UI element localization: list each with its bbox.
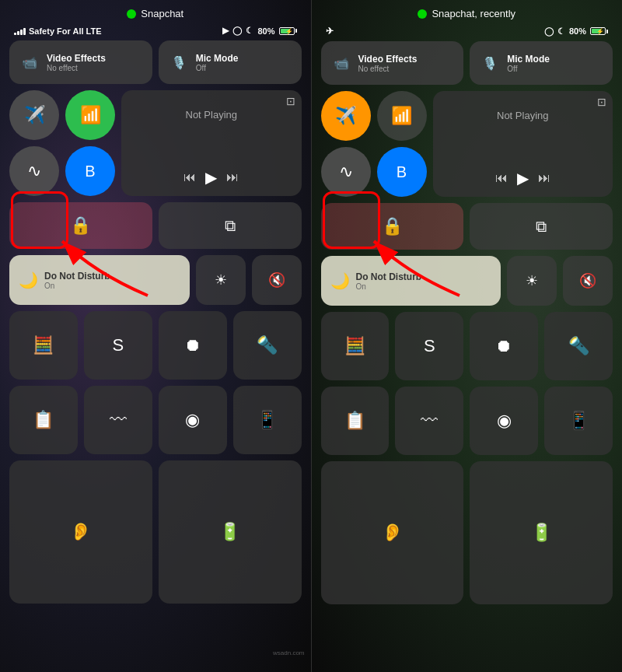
left-video-effects-tile[interactable]: 📹 Video Effects No effect xyxy=(9,40,152,84)
left-mic-sub: Off xyxy=(196,64,239,72)
right-dnd-sub: On xyxy=(356,282,422,291)
right-soundwave-tile[interactable]: 〰 xyxy=(395,387,463,455)
right-video-effects-sub: No effect xyxy=(358,65,418,73)
left-airplane-button[interactable]: ✈️ xyxy=(9,90,59,140)
left-cell-signal-button[interactable]: 📶 xyxy=(65,90,115,140)
lock-icon-left: 🔒 xyxy=(70,215,91,236)
right-lock-tile[interactable]: 🔒 xyxy=(321,203,464,250)
mirror-icon-left: ⧉ xyxy=(225,217,236,235)
left-lock-tile[interactable]: 🔒 xyxy=(9,202,152,249)
left-notes-tile[interactable]: 📋 xyxy=(9,386,78,454)
right-connectivity-grid: ✈️ 📶 ⊡ Not Playing ⏮ ▶ ⏭ ∿ xyxy=(321,91,613,197)
mic-icon-left: 🎙️ xyxy=(168,51,190,73)
location-icon: ▶ xyxy=(222,26,229,36)
right-remote-tile[interactable]: 📱 xyxy=(544,387,613,455)
right-battery-tile[interactable]: 🔋 xyxy=(470,461,613,604)
left-volume-tile[interactable]: 🔇 xyxy=(252,255,302,305)
left-mic-title: Mic Mode xyxy=(196,53,239,64)
left-dnd-row: 🌙 Do Not Disturb On ☀ 🔇 xyxy=(9,255,302,305)
right-airplane-button[interactable]: ✈️ xyxy=(321,91,371,141)
left-medium-row: 🔒 ⧉ xyxy=(9,202,302,249)
right-dnd-tile[interactable]: 🌙 Do Not Disturb On xyxy=(321,256,501,306)
right-shazam-tile[interactable]: S xyxy=(395,312,463,380)
left-hearing-tile[interactable]: 👂 xyxy=(9,460,152,604)
left-soundwave-tile[interactable]: 〰 xyxy=(84,386,152,454)
left-dnd-sub: On xyxy=(44,282,110,290)
watermark-left: wsadn.com xyxy=(273,649,304,656)
left-video-effects-title: Video Effects xyxy=(47,53,106,64)
rewind-icon-right[interactable]: ⏮ xyxy=(495,171,508,185)
right-media-controls: ⏮ ▶ ⏭ xyxy=(495,169,550,187)
right-flashlight-tile[interactable]: 🔦 xyxy=(544,312,613,380)
mirror-icon-right: ⧉ xyxy=(536,218,547,236)
fast-forward-icon-right[interactable]: ⏭ xyxy=(538,171,550,185)
moon-dnd-icon-right: 🌙 xyxy=(330,271,350,290)
airplane-status-icon: ✈ xyxy=(326,26,334,37)
right-wifi-button[interactable]: ∿ xyxy=(321,147,371,197)
battery-icon-left: ⚡ xyxy=(279,27,297,35)
left-not-playing: Not Playing xyxy=(186,109,237,121)
snapchat-dot-left xyxy=(127,9,136,19)
left-dnd-title: Do Not Disturb xyxy=(44,271,110,282)
left-record-tile[interactable]: ⏺ xyxy=(159,311,227,380)
right-brightness-tile[interactable]: ☀ xyxy=(507,256,557,306)
right-hearing-tile[interactable]: 👂 xyxy=(321,461,464,604)
moon-icon-right: ☾ xyxy=(557,26,565,37)
mic-icon-right: 🎙️ xyxy=(479,52,501,74)
left-connectivity-grid: ✈️ 📶 ⊡ Not Playing ⏮ ▶ ⏭ ∿ xyxy=(9,90,302,196)
brightness-icon-left: ☀ xyxy=(215,271,227,289)
battery-icon-right: ⚡ xyxy=(590,27,608,35)
right-volume-tile[interactable]: 🔇 xyxy=(563,256,613,306)
right-cell-signal-button[interactable]: 📶 xyxy=(377,91,427,141)
left-bluetooth-button[interactable]: B xyxy=(65,146,115,196)
left-shazam-tile[interactable]: S xyxy=(84,311,152,380)
left-dnd-tile[interactable]: 🌙 Do Not Disturb On xyxy=(9,255,190,305)
right-mic-mode-tile[interactable]: 🎙️ Mic Mode Off xyxy=(470,41,613,85)
left-accessibility-tile[interactable]: ◉ xyxy=(159,386,227,454)
play-icon-right[interactable]: ▶ xyxy=(517,169,529,187)
right-calculator-tile[interactable]: 🧮 xyxy=(321,312,390,380)
right-icon-row-1: 🧮 S ⏺ 🔦 xyxy=(321,312,613,380)
right-bluetooth-button[interactable]: B xyxy=(377,147,427,197)
right-medium-row: 🔒 ⧉ xyxy=(321,203,613,250)
battery-pct-right: 80% xyxy=(569,26,586,36)
left-header: Snapchat xyxy=(9,0,302,24)
lock-icon-right: 🔒 xyxy=(382,216,403,236)
rewind-icon-left[interactable]: ⏮ xyxy=(183,170,196,184)
right-status-right: ◯ ☾ 80% ⚡ xyxy=(544,26,608,37)
right-mic-title: Mic Mode xyxy=(507,54,550,65)
left-icon-row-3: 👂 🔋 xyxy=(9,460,302,604)
right-status-bar: ✈ ◯ ☾ 80% ⚡ xyxy=(321,24,613,41)
left-battery-tile[interactable]: 🔋 xyxy=(159,460,302,604)
left-brightness-tile[interactable]: ☀ xyxy=(196,255,246,305)
right-video-effects-tile[interactable]: 📹 Video Effects No effect xyxy=(321,41,464,85)
right-accessibility-tile[interactable]: ◉ xyxy=(470,387,538,455)
left-status-bar: Safety For All LTE ▶ ◯ ☾ 80% ⚡ xyxy=(9,24,302,40)
left-flashlight-tile[interactable]: 🔦 xyxy=(233,311,302,380)
airplay-icon-right: ⊡ xyxy=(597,96,606,108)
left-remote-tile[interactable]: 📱 xyxy=(233,386,302,454)
left-icon-row-1: 🧮 S ⏺ 🔦 xyxy=(9,311,302,380)
alarm-icon: ◯ xyxy=(232,26,242,36)
left-status-right: ▶ ◯ ☾ 80% ⚡ xyxy=(222,26,296,36)
right-panel: Snapchat, recently ✈ ◯ ☾ 80% ⚡ xyxy=(312,0,623,672)
right-not-playing: Not Playing xyxy=(497,110,548,121)
left-mic-mode-tile[interactable]: 🎙️ Mic Mode Off xyxy=(159,40,302,84)
right-record-tile[interactable]: ⏺ xyxy=(470,312,538,380)
right-dnd-title: Do Not Disturb xyxy=(356,271,422,282)
left-video-effects-sub: No effect xyxy=(47,64,106,72)
left-calculator-tile[interactable]: 🧮 xyxy=(9,311,78,380)
play-icon-left[interactable]: ▶ xyxy=(205,168,217,187)
carrier-text: Safety For All LTE xyxy=(29,26,102,36)
left-icon-row-2: 📋 〰 ◉ 📱 xyxy=(9,386,302,454)
volume-icon-right: 🔇 xyxy=(579,272,596,289)
left-mirror-tile[interactable]: ⧉ xyxy=(159,202,302,249)
right-mirror-tile[interactable]: ⧉ xyxy=(470,203,613,250)
left-header-title: Snapchat xyxy=(141,8,183,19)
airplay-icon-left: ⊡ xyxy=(286,95,295,107)
fast-forward-icon-left[interactable]: ⏭ xyxy=(226,170,239,184)
right-notes-tile[interactable]: 📋 xyxy=(321,387,390,455)
right-icon-row-2: 📋 〰 ◉ 📱 xyxy=(321,387,613,455)
battery-pct-left: 80% xyxy=(257,26,274,36)
left-wifi-button[interactable]: ∿ xyxy=(9,146,59,196)
